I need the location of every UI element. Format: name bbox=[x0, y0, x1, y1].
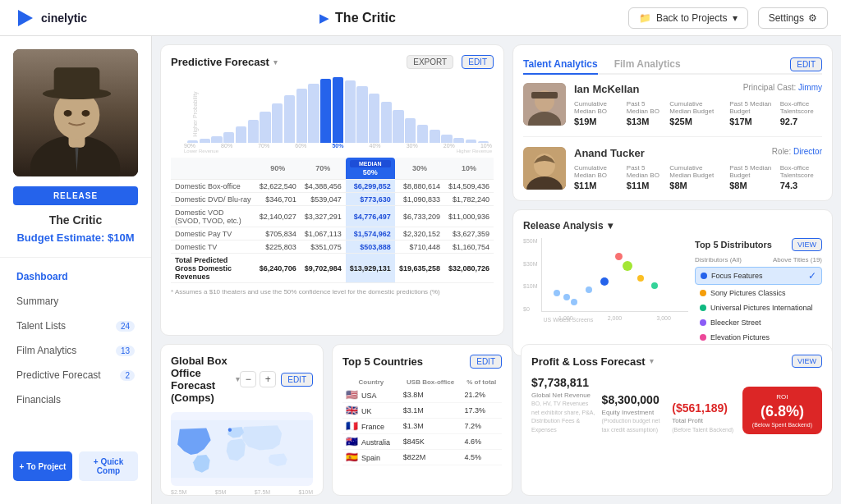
row-30: $2,320,152 bbox=[395, 227, 444, 241]
forecast-dropdown-icon[interactable]: ▾ bbox=[273, 58, 278, 66]
country-pct: 4.5% bbox=[461, 450, 502, 465]
x-axis-label: US Widest Screens bbox=[544, 317, 594, 323]
profit-dropdown-icon[interactable]: ▾ bbox=[650, 357, 654, 365]
scatter-area: US Widest Screens bbox=[541, 238, 688, 312]
row-50-median: $4,776,497 bbox=[346, 206, 395, 227]
tucker-role-link[interactable]: Director bbox=[793, 147, 822, 156]
mckellan-role-link[interactable]: Jimmy bbox=[798, 83, 822, 92]
stat-past5-budget: Past 5 Median Budget $17M bbox=[729, 100, 772, 126]
forecast-edit-button[interactable]: EDIT bbox=[462, 55, 494, 69]
sidebar-item-predictive-forecast[interactable]: Predictive Forecast 2 bbox=[0, 363, 151, 387]
row-90: $6,240,706 bbox=[255, 254, 301, 283]
svg-marker-0 bbox=[18, 10, 33, 26]
dist-universal[interactable]: Universal Pictures International bbox=[695, 301, 822, 314]
sidebar-item-summary[interactable]: Summary bbox=[0, 289, 151, 314]
countries-title: Top 5 Countries bbox=[342, 355, 423, 368]
scatter-dot-6 bbox=[651, 282, 658, 289]
film-poster bbox=[13, 49, 138, 176]
col-header-90: 90% bbox=[255, 158, 301, 180]
countries-edit-button[interactable]: EDIT bbox=[470, 355, 502, 369]
talent-mckellan-row: Ian McKellan Principal Cast: Jimmy Cumul… bbox=[523, 83, 822, 137]
country-bo: $3.1M bbox=[400, 403, 462, 419]
tab-film-analytics[interactable]: Film Analytics bbox=[614, 55, 681, 75]
dist-bleecker[interactable]: Bleecker Street bbox=[695, 316, 822, 329]
dist-focus-features[interactable]: Focus Features ✓ bbox=[695, 267, 822, 285]
countries-table-header: Country USB Box-office % of total bbox=[342, 377, 502, 387]
profit-view-button[interactable]: VIEW bbox=[792, 355, 822, 368]
bar-container bbox=[186, 77, 490, 143]
back-to-projects-button[interactable]: 📁 Back to Projects ▾ bbox=[628, 7, 748, 29]
net-revenue-value: $7,738,811 bbox=[531, 376, 595, 389]
col-country: Country bbox=[342, 377, 400, 387]
quick-comp-button[interactable]: + Quick Comp bbox=[79, 451, 138, 481]
dist-sony[interactable]: Sony Pictures Classics bbox=[695, 286, 822, 300]
chart-x-labels: 90% 80% 70% 60% 50% 40% 30% 20% 10% bbox=[182, 143, 494, 149]
world-map bbox=[171, 412, 313, 486]
zoom-controls: − + bbox=[240, 371, 276, 387]
view-distributors-button[interactable]: VIEW bbox=[792, 238, 822, 251]
bar-25 bbox=[478, 141, 489, 143]
sidebar-item-talent-lists[interactable]: Talent Lists 24 bbox=[0, 314, 151, 338]
forecast-table: 90% 70% MEDIAN 50% 30% 10% Domestic Box-… bbox=[171, 158, 494, 283]
gear-icon: ⚙ bbox=[808, 12, 817, 24]
analytics-tabs: Talent Analytics Film Analytics EDIT bbox=[523, 55, 822, 75]
zoom-out-button[interactable]: − bbox=[240, 371, 256, 387]
poster-svg bbox=[13, 49, 138, 176]
global-edit-button[interactable]: EDIT bbox=[281, 373, 313, 387]
tucker-name: Anand Tucker bbox=[574, 147, 645, 159]
sidebar-item-financials[interactable]: Financials bbox=[0, 387, 151, 412]
folder-icon: 📁 bbox=[639, 12, 651, 24]
zoom-in-button[interactable]: + bbox=[260, 371, 276, 387]
row-10: $14,509,436 bbox=[444, 180, 494, 193]
stat-talentscore: Box-office Talentscore 92.7 bbox=[780, 100, 822, 126]
talent-analytics-card: Talent Analytics Film Analytics EDIT bbox=[512, 44, 833, 201]
col-header-label bbox=[171, 158, 255, 180]
scatter-dot-4 bbox=[586, 286, 592, 293]
check-icon: ✓ bbox=[808, 270, 816, 282]
dist-elevation[interactable]: Elevation Pictures bbox=[695, 331, 822, 344]
bar-8 bbox=[272, 103, 283, 143]
row-30: $1,090,833 bbox=[395, 193, 444, 206]
dist-dot-sony bbox=[700, 290, 706, 296]
row-10: $32,080,726 bbox=[444, 254, 494, 283]
bar-13-peak bbox=[333, 77, 343, 143]
release-dropdown-icon[interactable]: ▾ bbox=[608, 220, 613, 231]
bar-12-median bbox=[320, 79, 331, 143]
table-row: Domestic DVD/ Blu-ray $346,701 $539,047 … bbox=[171, 193, 494, 206]
dist-dot-elevation bbox=[700, 334, 706, 341]
bar-10 bbox=[296, 89, 307, 143]
add-to-project-button[interactable]: + To Project bbox=[13, 451, 72, 481]
row-30: $19,635,258 bbox=[395, 254, 444, 283]
bar-5 bbox=[236, 126, 246, 143]
forecast-actions: EXPORT EDIT bbox=[407, 55, 494, 69]
scatter-dot-7 bbox=[615, 253, 623, 260]
sidebar: RELEASE The Critic Budget Estimate: $10M… bbox=[0, 36, 152, 504]
sidebar-item-dashboard[interactable]: Dashboard bbox=[0, 264, 151, 289]
country-row: 🇺🇸USA $3.8M 21.2% bbox=[342, 387, 502, 403]
bar-16 bbox=[369, 94, 379, 143]
top5-distributors-header: Top 5 Distributors VIEW bbox=[695, 238, 822, 251]
export-button[interactable]: EXPORT bbox=[407, 55, 453, 69]
country-bo: $822M bbox=[400, 450, 462, 465]
country-row: 🇪🇸Spain $822M 4.5% bbox=[342, 450, 502, 465]
country-bo: $3.8M bbox=[400, 387, 462, 403]
forecast-title: Predictive Forecast ▾ bbox=[171, 56, 278, 68]
row-label: Domestic Pay TV bbox=[171, 227, 255, 241]
col-pct: % of total bbox=[461, 377, 502, 387]
mckellan-role: Principal Cast: Jimmy bbox=[743, 83, 822, 92]
row-10: $1,782,240 bbox=[444, 193, 494, 206]
main-content: Predictive Forecast ▾ EXPORT EDIT Higher… bbox=[152, 36, 841, 504]
tucker-stat-cumulative-budget: Cumulative Median Budget $8M bbox=[669, 164, 721, 190]
stat-cumulative-bo: Cumulative Median BO $19M bbox=[574, 100, 618, 126]
svg-point-9 bbox=[81, 110, 90, 117]
row-label: Domestic TV bbox=[171, 241, 255, 254]
project-title: The Critic bbox=[335, 11, 396, 25]
row-10: $1,160,754 bbox=[444, 241, 494, 254]
bar-19 bbox=[405, 118, 416, 143]
bar-18 bbox=[393, 110, 403, 143]
sidebar-item-film-analytics[interactable]: Film Analytics 13 bbox=[0, 338, 151, 363]
tab-talent-analytics[interactable]: Talent Analytics bbox=[523, 55, 598, 75]
row-30: $710,448 bbox=[395, 241, 444, 254]
settings-button[interactable]: Settings ⚙ bbox=[758, 7, 828, 29]
talent-edit-button[interactable]: EDIT bbox=[790, 57, 822, 71]
